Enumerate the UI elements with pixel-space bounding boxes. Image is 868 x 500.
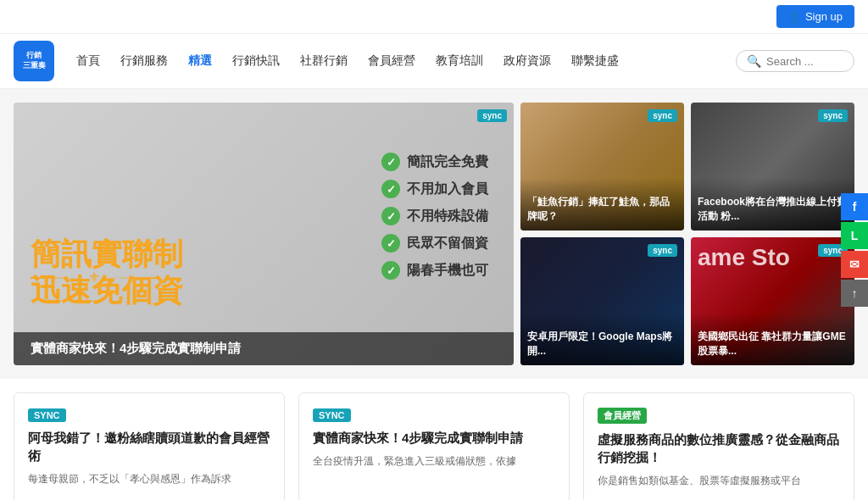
navbar: 行銷三重奏 首頁 行銷服務 精選 行銷快訊 社群行銷 會員經營 教育培訓 政府資…: [0, 34, 868, 89]
nav-news[interactable]: 行銷快訊: [224, 48, 288, 74]
search-icon: 🔍: [747, 54, 761, 68]
nav-govt[interactable]: 政府資源: [495, 48, 559, 74]
sign-up-button[interactable]: Sign up: [776, 5, 854, 28]
article-2-tag: 會員經營: [598, 408, 647, 424]
side-card-0-title: 「鮭魚行銷」捧紅了鮭魚，那品牌呢？: [520, 178, 684, 231]
nav-marketing-service[interactable]: 行銷服務: [112, 48, 176, 74]
side-card-2-sync-badge: sync: [648, 244, 677, 257]
side-card-2-title: 安卓用戶限定！Google Maps將開...: [520, 313, 684, 365]
side-card-3[interactable]: sync ame Sto 美國鄉民出征 靠社群力量讓GME股票暴...: [691, 237, 854, 365]
side-grid: sync 「鮭魚行銷」捧紅了鮭魚，那品牌呢？ sync Facebook將在台灣…: [520, 103, 854, 365]
article-1-desc: 全台疫情升溫，緊急進入三級戒備狀態，依據: [313, 453, 555, 469]
articles-section: SYNC 阿母我錯了！邀粉絲瞎贖頭道歉的會員經營術 每逢母親節，不乏以「孝心與感…: [0, 379, 868, 500]
check-icon-1: ✓: [381, 153, 400, 171]
banner-checklist: ✓ 簡訊完全免費 ✓ 不用加入會員 ✓ 不用特殊設備 ✓ 民眾不留個資 ✓ 陽春…: [381, 153, 488, 288]
banner-decoration: ⚜: [31, 269, 264, 286]
facebook-icon[interactable]: f: [841, 193, 868, 220]
nav-home[interactable]: 首頁: [68, 48, 108, 74]
check-icon-5: ✓: [381, 261, 400, 280]
side-card-0-sync-badge: sync: [648, 109, 677, 122]
top-bar: Sign up: [0, 0, 868, 34]
nav-social[interactable]: 社群行銷: [292, 48, 356, 74]
article-card-2[interactable]: 會員經營 虛擬服務商品的數位推廣靈感？從金融商品行銷挖掘！ 你是銷售如類似基金、…: [583, 392, 854, 500]
article-0-desc: 每逢母親節，不乏以「孝心與感恩」作為訴求: [28, 471, 270, 487]
side-card-3-title: 美國鄉民出征 靠社群力量讓GME股票暴...: [691, 313, 854, 365]
search-input[interactable]: [766, 55, 843, 68]
article-0-tag: SYNC: [28, 408, 66, 422]
checklist-item-3: ✓ 不用特殊設備: [381, 207, 488, 225]
scroll-up-icon[interactable]: ↑: [841, 280, 868, 307]
side-card-0[interactable]: sync 「鮭魚行銷」捧紅了鮭魚，那品牌呢？: [520, 103, 684, 231]
side-card-1[interactable]: sync Facebook將在台灣推出線上付費活動 粉...: [691, 103, 854, 231]
checklist-item-2: ✓ 不用加入會員: [381, 180, 488, 198]
side-card-1-sync-badge: sync: [818, 109, 848, 122]
main-banner[interactable]: sync ✓ 簡訊完全免費 ✓ 不用加入會員 ✓ 不用特殊設備 ✓ 民眾不留個資…: [14, 103, 514, 365]
article-1-tag: SYNC: [313, 408, 351, 422]
checklist-item-4: ✓ 民眾不留個資: [381, 234, 488, 253]
nav-member[interactable]: 會員經營: [359, 48, 424, 74]
article-card-0[interactable]: SYNC 阿母我錯了！邀粉絲瞎贖頭道歉的會員經營術 每逢母親節，不乏以「孝心與感…: [14, 392, 285, 500]
search-box[interactable]: 🔍: [736, 50, 854, 72]
hero-section: sync ✓ 簡訊完全免費 ✓ 不用加入會員 ✓ 不用特殊設備 ✓ 民眾不留個資…: [0, 89, 868, 379]
logo-text: 行銷三重奏: [23, 51, 46, 70]
article-0-title: 阿母我錯了！邀粉絲瞎贖頭道歉的會員經營術: [28, 429, 270, 464]
article-2-title: 虛擬服務商品的數位推廣靈感？從金融商品行銷挖掘！: [598, 431, 840, 466]
banner-sync-badge: sync: [477, 109, 507, 122]
nav-contact[interactable]: 聯繫捷盛: [563, 48, 627, 74]
checklist-item-1: ✓ 簡訊完全免費: [381, 153, 488, 171]
nav-education[interactable]: 教育培訓: [427, 48, 492, 74]
checklist-item-5: ✓ 陽春手機也可: [381, 261, 488, 280]
article-card-1[interactable]: SYNC 實體商家快來！4步驟完成實聯制申請 全台疫情升溫，緊急進入三級戒備狀態…: [298, 392, 570, 500]
article-2-desc: 你是銷售如類似基金、股票等虛擬服務或平台: [598, 473, 840, 489]
line-icon[interactable]: L: [841, 222, 868, 249]
side-card-2[interactable]: sync 安卓用戶限定！Google Maps將開...: [520, 237, 684, 365]
nav-featured[interactable]: 精選: [180, 48, 220, 74]
mail-icon[interactable]: ✉: [841, 251, 868, 278]
check-icon-4: ✓: [381, 234, 400, 253]
logo[interactable]: 行銷三重奏: [14, 41, 54, 81]
check-icon-2: ✓: [381, 180, 400, 198]
nav-links: 首頁 行銷服務 精選 行銷快訊 社群行銷 會員經營 教育培訓 政府資源 聯繫捷盛: [68, 48, 736, 74]
article-1-title: 實體商家快來！4步驟完成實聯制申請: [313, 429, 555, 447]
social-sidebar: f L ✉ ↑: [841, 193, 868, 307]
check-icon-3: ✓: [381, 207, 400, 225]
side-card-1-title: Facebook將在台灣推出線上付費活動 粉...: [691, 178, 854, 231]
banner-footer: 實體商家快來！4步驟完成實聯制申請: [14, 332, 514, 365]
